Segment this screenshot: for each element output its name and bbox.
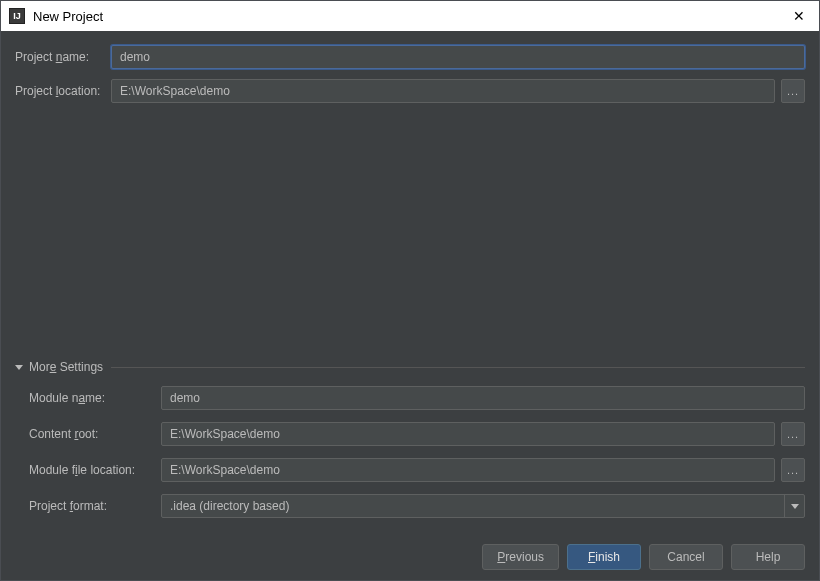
- content-root-input[interactable]: E:\WorkSpace\demo: [161, 422, 775, 446]
- content-root-browse-button[interactable]: ...: [781, 422, 805, 446]
- project-name-label: Project name:: [15, 50, 111, 64]
- more-settings-label: More Settings: [29, 360, 103, 374]
- module-name-row: Module name: demo: [29, 386, 805, 410]
- window-title: New Project: [33, 9, 779, 24]
- button-bar: Previous Finish Cancel Help: [15, 530, 805, 570]
- project-location-row: Project location: E:\WorkSpace\demo ...: [15, 79, 805, 103]
- module-file-location-input[interactable]: E:\WorkSpace\demo: [161, 458, 775, 482]
- previous-button[interactable]: Previous: [482, 544, 559, 570]
- content-root-row: Content root: E:\WorkSpace\demo ...: [29, 422, 805, 446]
- dropdown-caret: [784, 495, 804, 517]
- chevron-down-icon: [15, 365, 23, 370]
- project-location-input[interactable]: E:\WorkSpace\demo: [111, 79, 775, 103]
- project-format-label: Project format:: [29, 499, 161, 513]
- project-location-label: Project location:: [15, 84, 111, 98]
- module-file-location-value: E:\WorkSpace\demo: [170, 463, 280, 477]
- titlebar: IJ New Project ✕: [1, 1, 819, 31]
- content-root-label: Content root:: [29, 427, 161, 441]
- new-project-dialog: IJ New Project ✕ Project name: demo Proj…: [0, 0, 820, 581]
- help-button[interactable]: Help: [731, 544, 805, 570]
- module-name-label: Module name:: [29, 391, 161, 405]
- project-name-input[interactable]: demo: [111, 45, 805, 69]
- module-file-location-browse-button[interactable]: ...: [781, 458, 805, 482]
- dialog-content: Project name: demo Project location: E:\…: [1, 31, 819, 580]
- app-icon: IJ: [9, 8, 25, 24]
- project-format-value: .idea (directory based): [170, 499, 289, 513]
- finish-button[interactable]: Finish: [567, 544, 641, 570]
- project-format-select[interactable]: .idea (directory based): [161, 494, 805, 518]
- module-name-input[interactable]: demo: [161, 386, 805, 410]
- close-icon[interactable]: ✕: [779, 1, 819, 31]
- project-name-value: demo: [120, 50, 150, 64]
- more-settings-panel: Module name: demo Content root: E:\WorkS…: [15, 386, 805, 530]
- module-name-value: demo: [170, 391, 200, 405]
- project-name-row: Project name: demo: [15, 45, 805, 69]
- chevron-down-icon: [791, 504, 799, 509]
- project-format-row: Project format: .idea (directory based): [29, 494, 805, 518]
- project-location-value: E:\WorkSpace\demo: [120, 84, 230, 98]
- module-file-location-label: Module file location:: [29, 463, 161, 477]
- spacer: [15, 113, 805, 360]
- divider: [111, 367, 805, 368]
- module-file-location-row: Module file location: E:\WorkSpace\demo …: [29, 458, 805, 482]
- project-location-browse-button[interactable]: ...: [781, 79, 805, 103]
- content-root-value: E:\WorkSpace\demo: [170, 427, 280, 441]
- more-settings-header[interactable]: More Settings: [15, 360, 805, 374]
- cancel-button[interactable]: Cancel: [649, 544, 723, 570]
